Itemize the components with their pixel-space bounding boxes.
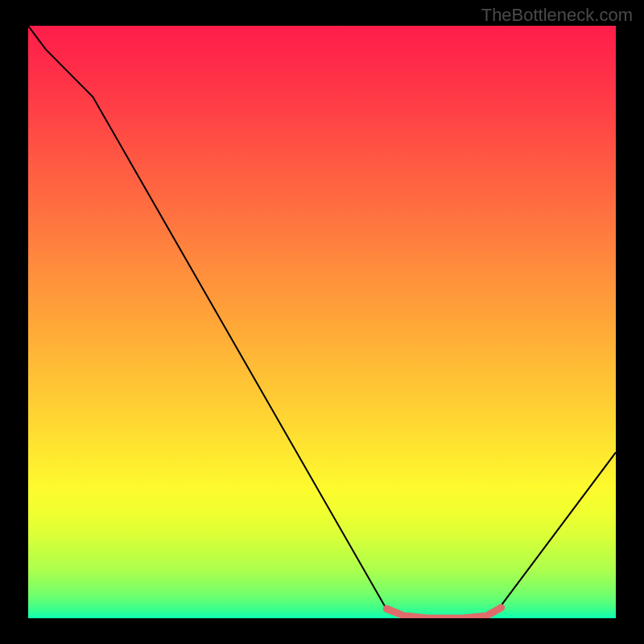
watermark-text: TheBottleneck.com	[481, 5, 633, 26]
chart-svg	[28, 26, 616, 618]
main-curve-path	[28, 26, 616, 618]
highlight-curve-path	[386, 608, 501, 618]
